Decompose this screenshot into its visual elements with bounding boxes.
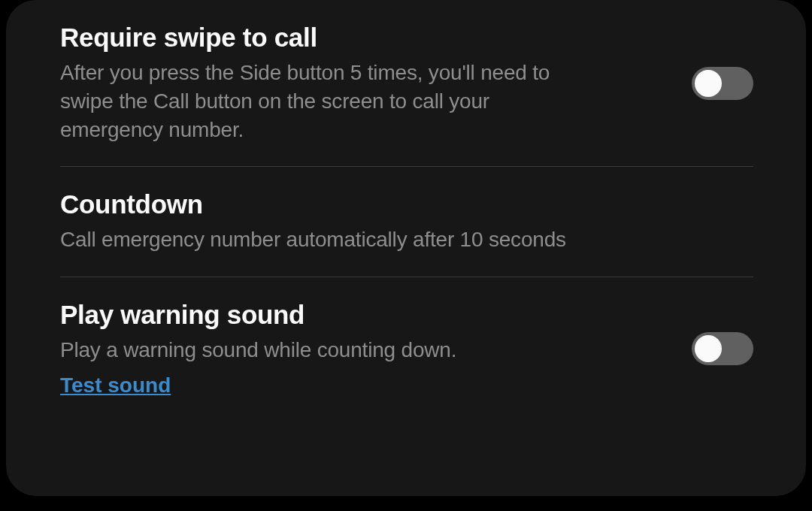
require-swipe-toggle[interactable] (692, 67, 753, 100)
settings-card: Require swipe to call After you press th… (6, 0, 806, 496)
setting-title: Countdown (60, 189, 753, 219)
countdown-item[interactable]: Countdown Call emergency number automati… (6, 167, 806, 277)
play-warning-item[interactable]: Play warning sound Play a warning sound … (6, 277, 806, 420)
setting-desc: After you press the Side button 5 times,… (60, 59, 586, 144)
test-sound-link[interactable]: Test sound (60, 373, 171, 398)
setting-text-block: Play warning sound Play a warning sound … (60, 300, 662, 398)
setting-desc: Play a warning sound while counting down… (60, 336, 586, 364)
setting-title: Play warning sound (60, 300, 662, 330)
require-swipe-item[interactable]: Require swipe to call After you press th… (6, 0, 806, 166)
toggle-knob (695, 335, 722, 362)
play-warning-toggle[interactable] (692, 332, 753, 365)
setting-desc: Call emergency number automatically afte… (60, 225, 586, 254)
toggle-knob (695, 70, 722, 97)
setting-text-block: Require swipe to call After you press th… (60, 23, 662, 144)
setting-title: Require swipe to call (60, 23, 662, 53)
setting-text-block: Countdown Call emergency number automati… (60, 189, 753, 254)
